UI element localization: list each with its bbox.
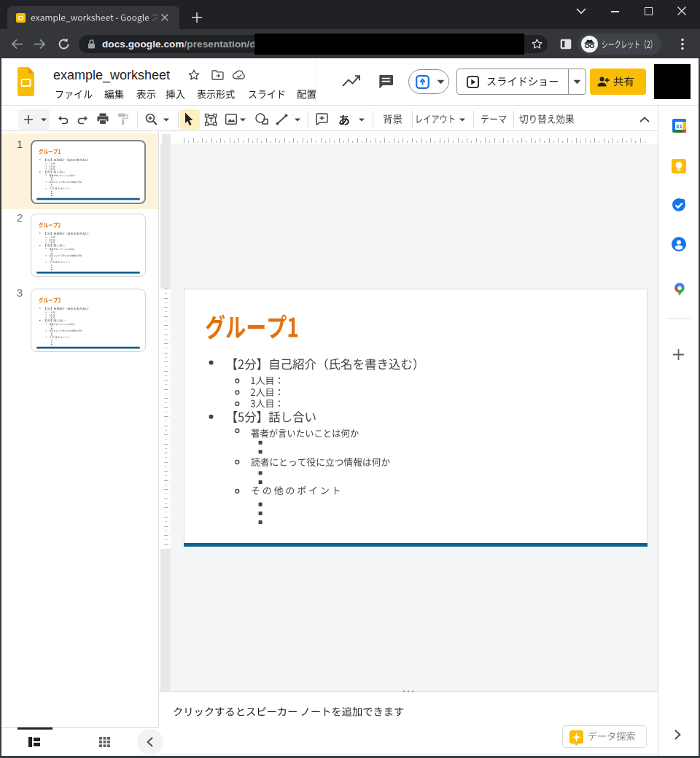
svg-text:31: 31: [676, 123, 682, 130]
